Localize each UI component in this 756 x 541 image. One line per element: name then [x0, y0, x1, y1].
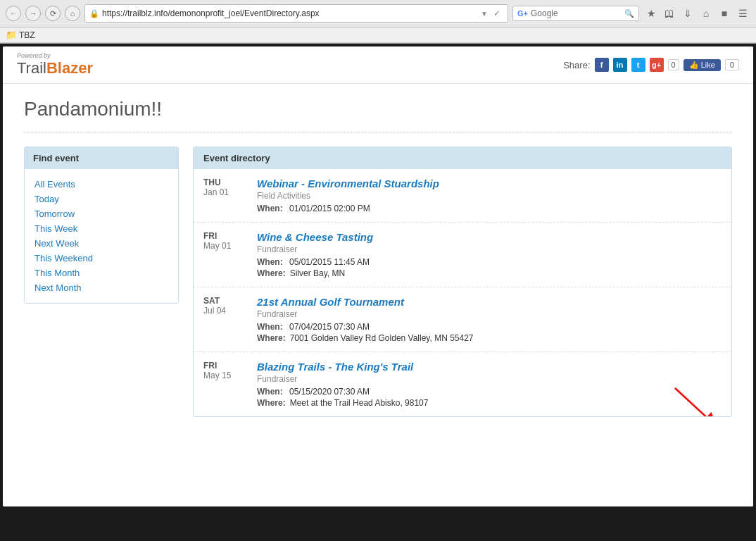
event-name-link[interactable]: Blazing Trails - The King's Trail [257, 361, 722, 373]
event-where-row: Where: 7001 Golden Valley Rd Golden Vall… [257, 333, 722, 343]
event-mday: May 01 [203, 241, 246, 251]
divider [24, 132, 732, 132]
powered-by-text: Powered by [17, 52, 93, 59]
event-meta: When: 05/15/2020 07:30 AM Where: Meet at… [257, 387, 722, 408]
event-name-link[interactable]: Webinar - Environmental Stuardship [257, 178, 722, 189]
when-label: When: [257, 257, 285, 267]
when-value: 05/01/2015 11:45 AM [289, 257, 370, 267]
linkedin-share-button[interactable]: in [613, 58, 627, 72]
where-value: Silver Bay, MN [290, 268, 345, 278]
event-name-link[interactable]: Wine & Cheese Tasting [257, 231, 722, 243]
event-date-col: THU Jan 01 [203, 178, 246, 213]
event-category: Fundraiser [257, 244, 722, 254]
event-directory: Event directory THU Jan 01 Webinar - Env… [193, 147, 732, 417]
facebook-like-count: 0 [725, 59, 739, 70]
star-icon[interactable]: ★ [643, 6, 659, 21]
event-dir-header: Event directory [194, 147, 731, 169]
home-nav-icon[interactable]: ⌂ [698, 6, 714, 21]
event-dow: THU [203, 178, 246, 187]
event-details: Blazing Trails - The King's Trail Fundra… [257, 361, 722, 408]
event-category: Fundraiser [257, 309, 722, 319]
event-date-col: SAT Jul 04 [203, 296, 246, 343]
table-row: THU Jan 01 Webinar - Environmental Stuar… [194, 169, 731, 223]
bookmark-label: TBZ [19, 30, 35, 40]
extensions-icon[interactable]: ■ [717, 6, 732, 21]
event-dow: FRI [203, 231, 246, 241]
event-details: Webinar - Environmental Stuardship Field… [257, 178, 722, 213]
main-content: Pandamonium!! Find event All Events Toda… [3, 84, 753, 506]
sidebar-links: All Events Today Tomorrow This Week Next… [25, 169, 178, 303]
share-area: Share: f in t g+ 0 👍 Like 0 [563, 58, 739, 72]
folder-icon: 📁 [6, 30, 17, 40]
sidebar-link-tomorrow[interactable]: Tomorrow [34, 207, 168, 220]
address-refresh-icon[interactable]: ✓ [491, 7, 503, 20]
where-label: Where: [257, 268, 286, 278]
googleplus-count: 0 [668, 59, 679, 70]
address-text: https://trailblz.info/demononprofit_joel… [102, 8, 478, 18]
facebook-like-button[interactable]: 👍 Like [683, 59, 721, 71]
sidebar: Find event All Events Today Tomorrow Thi… [24, 147, 179, 417]
sidebar-link-this-month[interactable]: This Month [34, 266, 168, 280]
search-bar[interactable]: G+ Google 🔍 [512, 6, 639, 21]
download-icon[interactable]: ⇓ [680, 6, 695, 21]
sidebar-link-this-week[interactable]: This Week [34, 222, 168, 235]
event-when-row: When: 07/04/2015 07:30 AM [257, 322, 722, 332]
lock-icon: 🔒 [89, 9, 99, 18]
back-button[interactable]: ← [6, 6, 21, 21]
facebook-share-button[interactable]: f [595, 58, 609, 72]
sidebar-box: Find event All Events Today Tomorrow Thi… [24, 147, 179, 304]
event-when-row: When: 05/15/2020 07:30 AM [257, 387, 722, 397]
search-icon: 🔍 [624, 9, 634, 18]
sidebar-link-this-weekend[interactable]: This Weekend [34, 251, 168, 265]
sidebar-link-next-month[interactable]: Next Month [34, 281, 168, 294]
toolbar-icons: ★ 🕮 ⇓ ⌂ ■ ☰ [643, 6, 750, 21]
event-dow: SAT [203, 296, 246, 306]
sidebar-link-all-events[interactable]: All Events [34, 178, 168, 191]
where-value: 7001 Golden Valley Rd Golden Valley, MN … [290, 333, 474, 343]
search-input[interactable]: Google [531, 8, 622, 18]
where-value: Meet at the Trail Head Abisko, 98107 [290, 398, 429, 408]
when-value: 07/04/2015 07:30 AM [289, 322, 370, 332]
table-row: FRI May 15 Blazing Trails - The King's T… [194, 352, 731, 416]
table-row: SAT Jul 04 21st Annual Golf Tournament F… [194, 287, 731, 352]
table-row: FRI May 01 Wine & Cheese Tasting Fundrai… [194, 223, 731, 287]
event-when-row: When: 05/01/2015 11:45 AM [257, 257, 722, 267]
google-logo: G+ [517, 9, 528, 18]
logo-blazer: Blazer [46, 59, 93, 77]
when-value: 01/01/2015 02:00 PM [289, 204, 370, 213]
forward-button[interactable]: → [25, 6, 41, 21]
browser-toolbar: ← → ⟳ ⌂ 🔒 https://trailblz.info/demononp… [0, 0, 756, 27]
when-label: When: [257, 387, 285, 397]
event-name-link[interactable]: 21st Annual Golf Tournament [257, 296, 722, 308]
event-where-row: Where: Meet at the Trail Head Abisko, 98… [257, 398, 722, 408]
twitter-share-button[interactable]: t [631, 58, 645, 72]
sidebar-link-next-week[interactable]: Next Week [34, 237, 168, 250]
bookmark-icon[interactable]: 🕮 [662, 6, 677, 21]
logo-trail: Trail [17, 59, 46, 77]
event-date-col: FRI May 15 [203, 361, 246, 408]
event-category: Field Activities [257, 191, 722, 201]
sidebar-link-today[interactable]: Today [34, 192, 168, 206]
menu-icon[interactable]: ☰ [735, 6, 750, 21]
address-bar[interactable]: 🔒 https://trailblz.info/demononprofit_jo… [84, 4, 508, 23]
event-meta: When: 05/01/2015 11:45 AM Where: Silver … [257, 257, 722, 278]
where-label: Where: [257, 398, 286, 408]
googleplus-share-button[interactable]: g+ [650, 58, 664, 72]
event-where-row: Where: Silver Bay, MN [257, 268, 722, 278]
home-button[interactable]: ⌂ [65, 6, 80, 21]
event-details: 21st Annual Golf Tournament Fundraiser W… [257, 296, 722, 343]
bookmarks-bar: 📁 TBZ [0, 27, 756, 43]
refresh-button[interactable]: ⟳ [45, 6, 61, 21]
site-logo: TrailBlazer [17, 59, 93, 77]
page-area: Powered by TrailBlazer Share: f in t g+ … [3, 46, 753, 506]
event-list: THU Jan 01 Webinar - Environmental Stuar… [194, 169, 731, 416]
sidebar-header: Find event [25, 147, 178, 169]
when-value: 05/15/2020 07:30 AM [289, 387, 370, 397]
event-category: Fundraiser [257, 374, 722, 384]
event-meta: When: 01/01/2015 02:00 PM [257, 204, 722, 213]
site-header: Powered by TrailBlazer Share: f in t g+ … [3, 46, 753, 84]
event-mday: Jan 01 [203, 187, 246, 197]
event-date-col: FRI May 01 [203, 231, 246, 278]
bookmark-tbz[interactable]: 📁 TBZ [6, 30, 35, 40]
event-details: Wine & Cheese Tasting Fundraiser When: 0… [257, 231, 722, 278]
